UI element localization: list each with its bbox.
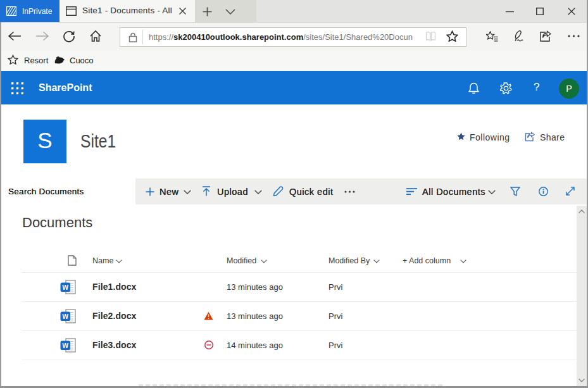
svg-text:W: W bbox=[62, 342, 68, 349]
svg-text:W: W bbox=[62, 313, 68, 320]
svg-text:W: W bbox=[62, 284, 68, 291]
